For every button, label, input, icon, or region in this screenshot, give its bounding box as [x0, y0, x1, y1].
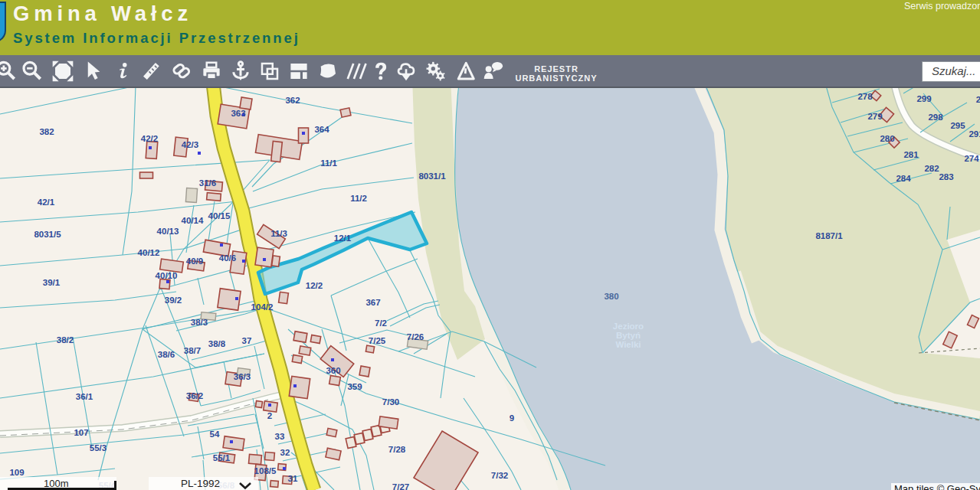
svg-text:360: 360 [326, 366, 340, 375]
svg-text:42/1: 42/1 [38, 198, 55, 207]
svg-text:36/3: 36/3 [234, 372, 251, 381]
svg-text:8031/1: 8031/1 [418, 172, 446, 181]
svg-text:39/1: 39/1 [43, 278, 61, 287]
svg-text:11/1: 11/1 [320, 158, 337, 168]
svg-text:42/2: 42/2 [141, 134, 158, 143]
svg-text:40/6: 40/6 [219, 253, 236, 263]
svg-text:36/1: 36/1 [76, 392, 93, 401]
svg-text:40/13: 40/13 [157, 227, 179, 236]
svg-text:55/1: 55/1 [213, 453, 231, 462]
svg-text:363: 363 [231, 109, 245, 118]
svg-text:7/28: 7/28 [388, 445, 406, 454]
svg-text:299: 299 [916, 94, 931, 103]
svg-text:38/2: 38/2 [57, 335, 74, 345]
svg-text:283: 283 [939, 172, 953, 181]
svg-text:364: 364 [314, 125, 329, 134]
svg-text:7/30: 7/30 [382, 397, 399, 407]
svg-text:36/2: 36/2 [186, 391, 203, 400]
svg-text:40/9: 40/9 [186, 256, 203, 266]
svg-text:7/25: 7/25 [369, 336, 386, 345]
svg-text:8031/5: 8031/5 [34, 230, 61, 239]
svg-text:31/6: 31/6 [199, 178, 216, 188]
svg-text:39/2: 39/2 [165, 296, 182, 305]
svg-text:282: 282 [924, 164, 939, 173]
svg-text:40/10: 40/10 [156, 271, 178, 280]
svg-text:291: 291 [969, 129, 980, 139]
svg-text:382: 382 [39, 127, 54, 136]
svg-text:281: 281 [903, 150, 919, 159]
svg-text:279: 279 [867, 112, 882, 121]
svg-text:274: 274 [964, 154, 979, 163]
svg-text:367: 367 [365, 298, 380, 307]
svg-text:38/7: 38/7 [184, 346, 201, 355]
svg-text:7/2: 7/2 [375, 318, 387, 328]
svg-text:7/32: 7/32 [491, 471, 508, 480]
svg-text:8187/1: 8187/1 [815, 231, 843, 240]
svg-text:32: 32 [280, 448, 290, 457]
svg-text:40/12: 40/12 [138, 248, 160, 257]
svg-text:40/15: 40/15 [208, 211, 231, 220]
svg-text:11/3: 11/3 [270, 229, 287, 238]
svg-text:12/1: 12/1 [334, 234, 352, 243]
svg-text:42/3: 42/3 [182, 140, 198, 149]
svg-text:38/3: 38/3 [191, 318, 208, 327]
svg-text:280: 280 [880, 134, 894, 143]
svg-text:107: 107 [74, 428, 88, 437]
svg-text:37: 37 [242, 336, 252, 345]
svg-text:104/2: 104/2 [251, 302, 274, 312]
svg-text:109: 109 [9, 468, 24, 477]
svg-text:2: 2 [976, 95, 980, 104]
svg-text:278: 278 [857, 92, 873, 101]
svg-text:7/27: 7/27 [392, 482, 409, 490]
svg-text:380: 380 [604, 292, 618, 301]
svg-text:31: 31 [288, 474, 298, 483]
svg-text:108/5: 108/5 [254, 466, 277, 475]
svg-text:Bytyń: Bytyń [616, 331, 641, 340]
svg-text:359: 359 [347, 382, 362, 391]
svg-text:295: 295 [950, 121, 965, 130]
svg-text:7/26: 7/26 [407, 332, 424, 341]
svg-text:33: 33 [275, 432, 285, 441]
svg-text:Wielki: Wielki [615, 340, 641, 349]
svg-text:54: 54 [210, 430, 220, 439]
svg-text:Jezioro: Jezioro [613, 322, 644, 331]
svg-text:284: 284 [896, 174, 911, 183]
svg-text:38/8: 38/8 [208, 339, 226, 348]
svg-text:55/3: 55/3 [90, 443, 107, 452]
svg-text:2: 2 [267, 411, 272, 420]
svg-text:11/2: 11/2 [350, 194, 367, 203]
svg-text:40/14: 40/14 [182, 216, 204, 225]
svg-text:38/6: 38/6 [158, 350, 175, 359]
svg-text:9: 9 [510, 413, 514, 423]
svg-text:362: 362 [285, 96, 300, 105]
svg-text:12/2: 12/2 [306, 281, 323, 290]
svg-text:298: 298 [928, 113, 943, 122]
